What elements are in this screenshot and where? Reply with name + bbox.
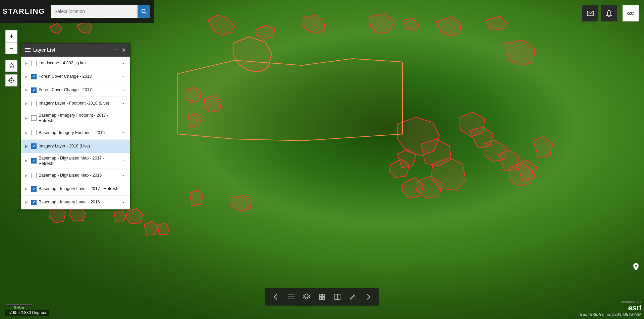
layer-checkbox-8[interactable]: ✓	[31, 158, 37, 164]
layer-item-10[interactable]: ▶✓Basemap - Imagery Layer - 2017 - Refre…	[21, 182, 130, 196]
layer-name-3: Forest Cover Change - 2017	[39, 87, 120, 92]
layer-more-3[interactable]: ···	[120, 87, 127, 93]
layer-list-title-area: Layer List	[25, 47, 55, 53]
layer-checkbox-1[interactable]	[31, 61, 37, 66]
visibility-button[interactable]	[623, 5, 639, 21]
logo: STARLING	[3, 7, 45, 16]
layer-name-5: Basemap - Imagery Footprint - 2017 - Ref…	[39, 113, 120, 124]
layer-item-6[interactable]: ▶Basemap- Imagery Footprint - 2016···	[21, 126, 130, 140]
layer-item-2[interactable]: ▶✓Forest Cover Change - 2018···	[21, 70, 130, 83]
alert-button[interactable]	[601, 5, 617, 21]
svg-point-6	[630, 12, 632, 14]
next-button[interactable]	[361, 289, 376, 305]
layer-item-11[interactable]: ▶✓Basemap - Imagery Layer - 2016···	[21, 196, 130, 209]
esri-brand: esri	[621, 304, 641, 312]
draw-button[interactable]	[345, 289, 361, 305]
layer-more-10[interactable]: ···	[120, 186, 127, 192]
svg-line-3	[145, 12, 147, 14]
search-button[interactable]	[138, 5, 150, 18]
layer-expand-7[interactable]: ▶	[24, 143, 29, 149]
esri-logo: POWERED BY esri	[621, 300, 641, 312]
layer-list-panel: Layer List − ✕ ▶Landscape - 4,392 sq.km·…	[21, 43, 130, 209]
layer-list-header: Layer List − ✕	[21, 43, 130, 57]
layer-list-title: Layer List	[33, 47, 55, 53]
layer-expand-6[interactable]: ▶	[24, 130, 29, 135]
layers-button[interactable]	[299, 289, 314, 305]
mail-button[interactable]	[582, 5, 598, 21]
layer-checkbox-10[interactable]: ✓	[31, 186, 37, 192]
topbar: STARLING	[0, 0, 644, 23]
layer-expand-5[interactable]: ▶	[24, 115, 29, 121]
attribution: Esri, HERE, Garmin, USGS, METI/NASA	[580, 313, 641, 316]
layer-name-7: Imagery Layer - 2018 (Live)	[39, 143, 120, 149]
layer-more-2[interactable]: ···	[120, 74, 127, 80]
layer-name-8: Basemap - Digitalized Map - 2017 - Refre…	[39, 155, 120, 167]
layer-checkbox-5[interactable]	[31, 115, 37, 121]
svg-point-8	[11, 80, 12, 81]
layer-checkbox-6[interactable]	[31, 130, 37, 135]
layer-expand-8[interactable]: ▶	[24, 158, 29, 164]
coordinates-display: 97.659 2.830 Degrees	[5, 310, 49, 316]
layer-expand-2[interactable]: ▶	[24, 74, 29, 79]
left-controls: + −	[5, 30, 17, 86]
split-button[interactable]	[330, 289, 345, 305]
layer-expand-3[interactable]: ▶	[24, 87, 29, 93]
layer-expand-11[interactable]: ▶	[24, 200, 29, 205]
svg-rect-17	[319, 294, 322, 297]
location-pin	[633, 263, 639, 272]
layer-item-3[interactable]: ▶✓Forest Cover Change - 2017···	[21, 83, 130, 97]
layer-item-7[interactable]: ▶✓Imagery Layer - 2018 (Live)···	[21, 140, 130, 153]
svg-point-2	[142, 9, 145, 13]
layer-list-body: ▶Landscape - 4,392 sq.km···▶✓Forest Cove…	[21, 57, 130, 209]
layer-header-controls: − ✕	[115, 47, 126, 53]
layer-checkbox-3[interactable]: ✓	[31, 87, 37, 93]
zoom-in-button[interactable]: +	[5, 30, 17, 42]
layer-name-4: Imagery Layer - Footprint -2018 (Live)	[39, 101, 120, 106]
layer-more-7[interactable]: ···	[120, 143, 127, 149]
layer-name-6: Basemap- Imagery Footprint - 2016	[39, 130, 120, 135]
layer-name-2: Forest Cover Change - 2018	[39, 74, 120, 79]
svg-line-24	[350, 299, 351, 300]
previous-button[interactable]	[268, 289, 283, 305]
home-button[interactable]	[5, 60, 17, 72]
svg-rect-20	[322, 297, 325, 300]
layer-more-9[interactable]: ···	[120, 173, 127, 179]
layer-more-1[interactable]: ···	[120, 60, 127, 66]
layer-name-10: Basemap - Imagery Layer - 2017 - Refresh	[39, 186, 120, 191]
layer-expand-9[interactable]: ▶	[24, 173, 29, 178]
search-input[interactable]	[51, 5, 138, 18]
svg-rect-18	[322, 294, 325, 297]
attribution-text: Esri, HERE, Garmin, USGS, METI/NASA	[580, 313, 641, 316]
search-area	[48, 0, 154, 23]
list-view-button[interactable]	[283, 289, 299, 305]
layer-checkbox-2[interactable]: ✓	[31, 74, 37, 79]
layer-more-6[interactable]: ···	[120, 130, 127, 136]
layer-close-button[interactable]: ✕	[121, 47, 126, 53]
layer-minimize-button[interactable]: −	[115, 47, 118, 53]
layer-checkbox-7[interactable]: ✓	[31, 143, 37, 149]
layer-item-8[interactable]: ▶✓Basemap - Digitalized Map - 2017 - Ref…	[21, 153, 130, 169]
layer-item-5[interactable]: ▶Basemap - Imagery Footprint - 2017 - Re…	[21, 110, 130, 126]
svg-point-25	[635, 265, 637, 267]
layer-checkbox-4[interactable]	[31, 101, 37, 106]
grid-button[interactable]	[314, 289, 330, 305]
layer-checkbox-9[interactable]	[31, 173, 37, 178]
layer-checkbox-11[interactable]: ✓	[31, 200, 37, 205]
scale-label: 0.4km	[5, 306, 32, 310]
layer-item-9[interactable]: ▶Basemap - Digitalized Map - 2016···	[21, 169, 130, 182]
layer-more-4[interactable]: ···	[120, 101, 127, 107]
layer-more-11[interactable]: ···	[120, 199, 127, 205]
zoom-out-button[interactable]: −	[5, 42, 17, 54]
layer-more-5[interactable]: ···	[120, 115, 127, 121]
bottom-toolbar	[265, 288, 379, 306]
layer-expand-10[interactable]: ▶	[24, 186, 29, 192]
layer-expand-4[interactable]: ▶	[24, 101, 29, 106]
layer-item-1[interactable]: ▶Landscape - 4,392 sq.km···	[21, 57, 130, 70]
layer-more-8[interactable]: ···	[120, 158, 127, 164]
layer-name-11: Basemap - Imagery Layer - 2016	[39, 199, 120, 205]
layer-item-4[interactable]: ▶Imagery Layer - Footprint -2018 (Live)·…	[21, 97, 130, 110]
locate-button[interactable]	[5, 74, 17, 86]
layer-expand-1[interactable]: ▶	[24, 61, 29, 66]
svg-point-5	[609, 16, 610, 17]
logo-area: STARLING	[0, 0, 48, 23]
